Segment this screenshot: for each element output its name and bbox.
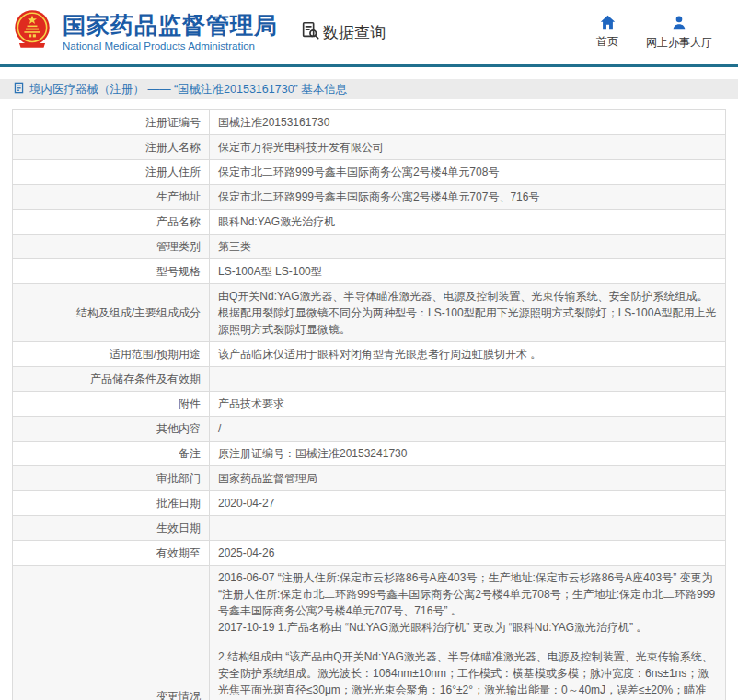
row-value: 保定市北二环路999号鑫丰国际商务公寓2号楼4单元708号 [210, 160, 726, 185]
table-row: 管理类别 第三类 [13, 235, 726, 259]
table-row: 适用范围/预期用途 该产品临床仅适用于眼科对闭角型青光眼患者行周边虹膜切开术 。 [13, 342, 726, 367]
row-value [210, 367, 726, 392]
nav-item-service-hall[interactable]: 网上办事大厅 [646, 15, 712, 51]
table-row: 有效期至 2025-04-26 [13, 541, 726, 566]
row-label: 注册证编号 [13, 110, 210, 135]
row-label: 产品储存条件及有效期 [13, 367, 210, 392]
home-icon [599, 15, 617, 30]
row-value: 国家药品监督管理局 [210, 466, 726, 491]
row-value: LS-100A型 LS-100型 [210, 259, 726, 284]
change-paragraph: 2017-10-19 1.产品名称由 “Nd:YAG激光眼科治疗机” 更改为 “… [218, 619, 717, 636]
row-value: 该产品临床仅适用于眼科对闭角型青光眼患者行周边虹膜切开术 。 [210, 342, 726, 367]
row-value: 保定市万得光电科技开发有限公司 [210, 135, 726, 160]
row-label: 型号规格 [13, 259, 210, 284]
row-value: 产品技术要求 [210, 392, 726, 417]
row-value: 国械注准20153161730 [210, 110, 726, 135]
row-value: 2020-04-27 [210, 491, 726, 516]
national-emblem-icon [9, 8, 55, 56]
user-icon [671, 15, 687, 31]
nav-item-label: 网上办事大厅 [646, 35, 712, 51]
header-divider [0, 64, 738, 67]
row-label: 批准日期 [13, 491, 210, 516]
data-query-section[interactable]: 数据查询 [300, 20, 386, 45]
row-label: 适用范围/预期用途 [13, 342, 210, 367]
change-history-value: 2016-06-07 “注册人住所:保定市云杉路86号A座403号；生产地址:保… [210, 566, 726, 700]
row-label: 备注 [13, 442, 210, 466]
table-row: 审批部门 国家药品监督管理局 [13, 466, 726, 491]
row-value: 第三类 [210, 235, 726, 259]
table-row: 备注 原注册证编号：国械注准20153241730 [13, 442, 726, 466]
registration-info-table: 注册证编号 国械注准20153161730 注册人名称 保定市万得光电科技开发有… [12, 109, 726, 700]
table-row: 产品名称 眼科Nd:YAG激光治疗机 [13, 210, 726, 235]
row-value [210, 516, 726, 541]
page-icon [13, 82, 25, 97]
table-row: 生效日期 [13, 516, 726, 541]
row-value: 原注册证编号：国械注准20153241730 [210, 442, 726, 466]
change-paragraph: 2.结构组成由 “该产品由Q开关Nd:YAG激光器、半导体瞄准激光器、电源及控制… [218, 648, 717, 700]
data-query-label: 数据查询 [323, 22, 386, 43]
nav-item-home[interactable]: 首页 [596, 15, 618, 51]
main-content: 注册证编号 国械注准20153161730 注册人名称 保定市万得光电科技开发有… [0, 99, 738, 700]
row-label: 其他内容 [13, 417, 210, 442]
row-label: 产品名称 [13, 210, 210, 235]
row-value: 眼科Nd:YAG激光治疗机 [210, 210, 726, 235]
table-row: 附件 产品技术要求 [13, 392, 726, 417]
table-row: 注册证编号 国械注准20153161730 [13, 110, 726, 135]
table-row: 产品储存条件及有效期 [13, 367, 726, 392]
table-row: 生产地址 保定市北二环路999号鑫丰国际商务公寓2号楼4单元707号、716号 [13, 185, 726, 210]
table-row: 其他内容 / [13, 417, 726, 442]
table-row: 结构及组成/主要组成成分 由Q开关Nd:YAG激光器、半导体瞄准激光器、电源及控… [13, 284, 726, 342]
row-label: 管理类别 [13, 235, 210, 259]
row-label: 有效期至 [13, 541, 210, 566]
row-label: 变更情况 [13, 566, 210, 700]
site-subtitle: National Medical Products Administration [63, 40, 278, 52]
top-nav: 首页 网上办事大厅 [596, 15, 712, 51]
site-logo: 国家药品监督管理局 National Medical Products Admi… [9, 8, 278, 56]
row-value: 2025-04-26 [210, 541, 726, 566]
table-row: 注册人名称 保定市万得光电科技开发有限公司 [13, 135, 726, 160]
table-row: 注册人住所 保定市北二环路999号鑫丰国际商务公寓2号楼4单元708号 [13, 160, 726, 185]
breadcrumb-text: 境内医疗器械（注册） —— “国械注准20153161730” 基本信息 [29, 82, 347, 98]
row-label: 生产地址 [13, 185, 210, 210]
site-header: 国家药品监督管理局 National Medical Products Admi… [0, 0, 738, 64]
row-label: 附件 [13, 392, 210, 417]
row-label: 审批部门 [13, 466, 210, 491]
breadcrumb: 境内医疗器械（注册） —— “国械注准20153161730” 基本信息 [0, 79, 738, 99]
nav-item-label: 首页 [596, 34, 618, 50]
table-row-change-history: 变更情况 2016-06-07 “注册人住所:保定市云杉路86号A座403号；生… [13, 566, 726, 700]
row-label: 结构及组成/主要组成成分 [13, 284, 210, 342]
document-search-icon [300, 20, 320, 45]
row-label: 注册人住所 [13, 160, 210, 185]
row-value: 保定市北二环路999号鑫丰国际商务公寓2号楼4单元707号、716号 [210, 185, 726, 210]
row-label: 生效日期 [13, 516, 210, 541]
site-title: 国家药品监督管理局 [63, 13, 278, 39]
table-row: 型号规格 LS-100A型 LS-100型 [13, 259, 726, 284]
change-paragraph: 2016-06-07 “注册人住所:保定市云杉路86号A座403号；生产地址:保… [218, 569, 717, 619]
row-label: 注册人名称 [13, 135, 210, 160]
row-value: / [210, 417, 726, 442]
row-value: 由Q开关Nd:YAG激光器、半导体瞄准激光器、电源及控制装置、光束传输系统、安全… [210, 284, 726, 342]
table-row: 批准日期 2020-04-27 [13, 491, 726, 516]
